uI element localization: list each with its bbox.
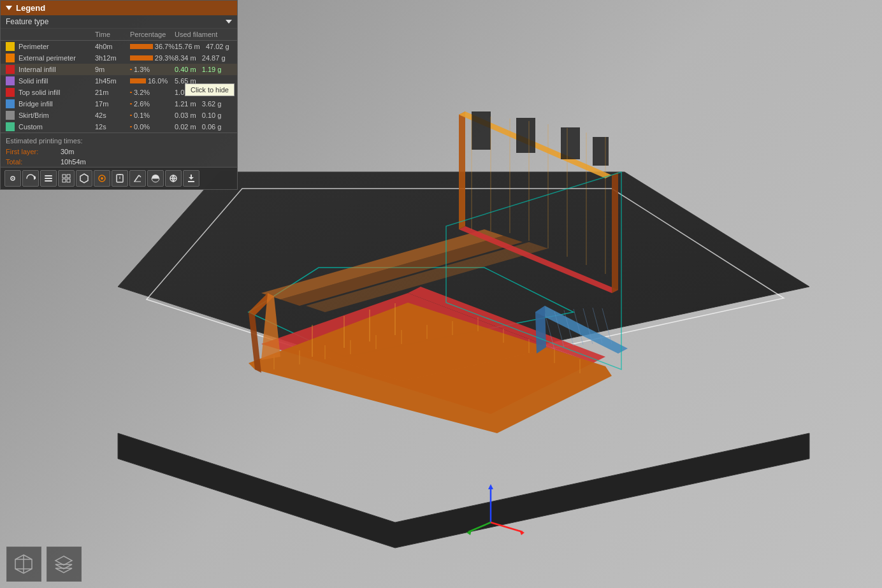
svg-point-64	[12, 178, 13, 179]
svg-rect-69	[62, 175, 66, 178]
estimated-label: Estimated printing times:	[6, 137, 82, 145]
first-layer-label: First layer:	[6, 148, 57, 155]
color-swatch-top-solid	[6, 88, 15, 97]
dropdown-arrow-icon[interactable]	[226, 20, 232, 24]
svg-rect-71	[62, 179, 66, 182]
svg-rect-86	[188, 181, 194, 182]
svg-rect-66	[45, 175, 52, 176]
bar-skirt	[130, 115, 132, 116]
bar-top-solid	[130, 92, 132, 93]
toolbar-btn-4[interactable]	[76, 170, 92, 187]
svg-marker-91	[55, 556, 72, 565]
bottom-icons	[6, 547, 82, 582]
svg-rect-46	[561, 127, 580, 159]
toolbar-btn-1[interactable]	[22, 170, 39, 187]
svg-rect-85	[191, 175, 192, 178]
first-layer-value: 30m	[61, 148, 74, 155]
color-swatch-bridge	[6, 99, 15, 108]
estimated-section: Estimated printing times:	[1, 133, 237, 147]
col-label-header	[6, 31, 95, 38]
table-row[interactable]: Custom 12s 0.0% 0.02 m 0.06 g	[1, 121, 237, 133]
svg-rect-44	[472, 111, 491, 150]
svg-rect-45	[516, 118, 535, 153]
toolbar	[1, 167, 237, 189]
bar-custom	[130, 126, 132, 127]
svg-marker-73	[80, 174, 88, 183]
table-row[interactable]: External perimeter 3h12m 29.3% 8.34 m 24…	[1, 52, 237, 64]
color-swatch-ext-perimeter	[6, 54, 15, 62]
svg-line-80	[139, 175, 141, 177]
col-pct-header: Percentage	[130, 31, 175, 38]
tooltip-text: Click to hide	[191, 86, 229, 94]
total-value: 10h54m	[61, 158, 86, 166]
feature-type-label: Feature type	[6, 17, 226, 26]
svg-point-75	[101, 177, 103, 180]
table-header: Time Percentage Used filament	[1, 29, 237, 41]
toolbar-btn-8[interactable]	[147, 170, 164, 187]
bar-perimeter	[130, 44, 153, 49]
color-swatch-custom	[6, 122, 15, 131]
toolbar-btn-0[interactable]	[4, 170, 21, 187]
bar-internal	[130, 69, 132, 70]
svg-rect-72	[67, 179, 70, 182]
color-swatch-solid	[6, 76, 15, 85]
cube-view-btn[interactable]	[6, 547, 41, 582]
bar-bridge	[130, 103, 132, 104]
tooltip: Click to hide	[185, 83, 235, 96]
svg-rect-47	[593, 137, 609, 166]
svg-marker-65	[34, 176, 36, 179]
table-row[interactable]: Skirt/Brim 42s 0.1% 0.03 m 0.10 g	[1, 110, 237, 121]
toolbar-btn-2[interactable]	[40, 170, 57, 187]
feature-type-selector[interactable]: Feature type	[1, 15, 237, 29]
bar-ext-perimeter	[130, 55, 153, 61]
col-filament-header: Used filament	[175, 31, 232, 38]
total-row: Total: 10h54m	[1, 157, 237, 167]
toolbar-btn-9[interactable]	[165, 170, 182, 187]
color-swatch-skirt	[6, 111, 15, 120]
svg-marker-41	[459, 111, 465, 229]
toolbar-btn-7[interactable]	[129, 170, 146, 187]
color-swatch-perimeter	[6, 42, 15, 51]
toolbar-btn-5[interactable]	[94, 170, 110, 187]
total-label: Total:	[6, 158, 57, 166]
svg-line-79	[134, 175, 139, 182]
table-row[interactable]: Bridge infill 17m 2.6% 1.21 m 3.62 g	[1, 98, 237, 110]
row-label-perimeter: Perimeter	[6, 42, 95, 51]
toolbar-btn-3[interactable]	[58, 170, 75, 187]
color-swatch-internal	[6, 65, 15, 74]
legend-header: Legend	[1, 1, 237, 15]
first-layer-row: First layer: 30m	[1, 147, 237, 157]
layers-view-btn[interactable]	[47, 547, 82, 582]
collapse-triangle-icon[interactable]	[6, 6, 12, 10]
svg-marker-58	[488, 484, 493, 489]
legend-title: Legend	[16, 3, 45, 13]
col-time-header: Time	[95, 31, 130, 38]
svg-rect-68	[45, 180, 52, 182]
svg-marker-43	[612, 172, 618, 293]
toolbar-btn-10[interactable]	[183, 170, 199, 187]
bar-solid	[130, 78, 146, 83]
table-row[interactable]: Perimeter 4h0m 36.7% 15.76 m 47.02 g	[1, 41, 237, 52]
table-row[interactable]: Internal infill 9m 1.3% 0.40 m 1.19 g	[1, 64, 237, 75]
svg-marker-39	[535, 306, 546, 354]
toolbar-btn-6[interactable]	[112, 170, 128, 187]
svg-marker-0	[118, 433, 809, 548]
svg-marker-60	[519, 530, 524, 535]
svg-rect-67	[45, 178, 52, 179]
svg-rect-70	[67, 175, 70, 178]
